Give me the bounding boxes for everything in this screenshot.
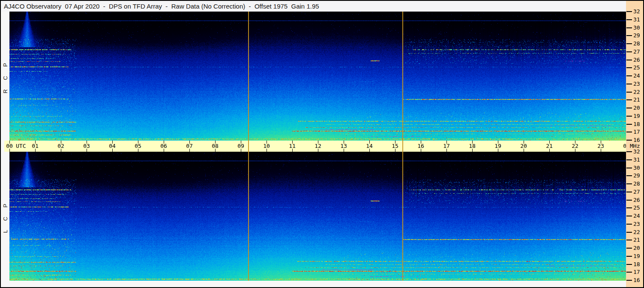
time-tick: [549, 149, 550, 152]
frequency-tick-label: 16: [633, 137, 640, 143]
lcp-label-box: L C P: [1, 152, 9, 281]
time-tick: [241, 149, 241, 152]
frequency-tick: [626, 140, 632, 141]
frequency-tick-label: 19: [633, 253, 640, 259]
time-tick-label: 18: [465, 143, 479, 149]
time-tick-label: 21: [542, 143, 557, 149]
frequency-tick-label: 24: [633, 72, 640, 79]
frequency-tick: [626, 27, 632, 28]
frequency-tick: [626, 175, 632, 176]
time-tick: [189, 149, 190, 152]
frequency-tick: [626, 99, 632, 100]
time-tick: [369, 149, 370, 152]
time-tick-label: 07: [182, 143, 197, 149]
frequency-tick: [626, 108, 632, 108]
time-axis: UTC 000102030405060708091011121314151617…: [4, 141, 626, 152]
time-tick-label: 05: [131, 143, 145, 149]
time-tick: [138, 149, 138, 152]
frequency-tick-label: 30: [633, 165, 640, 171]
frequency-tick-label: 22: [633, 229, 640, 235]
frequency-tick-label: 20: [633, 245, 640, 251]
time-tick-label: 20: [516, 143, 531, 149]
utc-marker-line: [248, 12, 249, 281]
frequency-tick: [626, 159, 632, 160]
frequency-tick-label: 21: [633, 237, 640, 243]
frequency-tick-label: 27: [633, 48, 640, 55]
time-tick: [35, 149, 36, 152]
frequency-tick-label: 17: [633, 129, 640, 135]
frequency-tick: [626, 207, 632, 208]
frequency-tick: [626, 183, 632, 184]
time-tick: [9, 149, 10, 152]
frequency-tick: [626, 19, 632, 20]
frequency-tick-label: 25: [633, 64, 640, 71]
time-tick-label: 00: [2, 143, 17, 149]
time-tick-label: 19: [491, 143, 505, 149]
rcp-label-box: R C P: [1, 12, 9, 141]
frequency-tick: [626, 60, 632, 60]
time-tick-label: 03: [79, 143, 94, 149]
time-tick: [421, 149, 421, 152]
frequency-tick: [626, 67, 632, 68]
frequency-tick: [626, 11, 632, 12]
spectrogram-lcp: [9, 152, 626, 281]
time-tick: [164, 149, 164, 152]
frequency-tick-label: 31: [633, 16, 640, 23]
frequency-tick: [626, 200, 632, 201]
frequency-tick: [626, 240, 632, 240]
frequency-tick: [626, 132, 632, 132]
frequency-tick-label: 19: [633, 113, 640, 119]
frequency-tick-label: 32: [633, 8, 640, 15]
time-tick: [446, 149, 447, 152]
time-tick: [87, 149, 87, 152]
frequency-tick: [626, 280, 632, 281]
utc-unit-label: UTC: [16, 143, 26, 149]
frequency-tick: [626, 248, 632, 249]
frequency-tick-label: 22: [633, 89, 640, 95]
frequency-axis: MHz 323130292827262524232221201918171632…: [626, 1, 643, 287]
time-tick-label: 01: [28, 143, 42, 149]
frequency-tick: [626, 264, 632, 265]
time-tick-label: 08: [208, 143, 222, 149]
frequency-tick-label: 18: [633, 121, 640, 127]
time-tick-label: 17: [439, 143, 454, 149]
frequency-tick: [626, 92, 632, 93]
time-tick: [524, 149, 524, 152]
dps-viewer: AJ4CO Observatory 07 Apr 2020 - DPS on T…: [0, 0, 644, 288]
time-tick: [575, 149, 575, 152]
time-tick: [318, 149, 318, 152]
frequency-tick: [626, 168, 632, 168]
time-tick-label: 06: [156, 143, 171, 149]
frequency-tick-label: 29: [633, 32, 640, 39]
time-tick: [344, 149, 344, 152]
frequency-tick: [626, 43, 632, 44]
frequency-tick: [626, 84, 632, 84]
frequency-tick-label: 18: [633, 261, 640, 267]
frequency-tick: [626, 256, 632, 257]
frequency-tick-label: 26: [633, 57, 640, 63]
frequency-tick: [626, 35, 632, 36]
time-tick-label: 14: [362, 143, 377, 149]
frequency-tick-label: 29: [633, 172, 640, 179]
time-tick-label: 12: [311, 143, 325, 149]
time-tick: [61, 149, 61, 152]
lcp-label: L C P: [2, 200, 9, 233]
frequency-tick: [626, 192, 632, 192]
spectrogram-rcp: [9, 12, 626, 141]
time-tick-label: 22: [568, 143, 582, 149]
frequency-tick-label: 25: [633, 204, 640, 211]
time-tick-label: 10: [259, 143, 274, 149]
frequency-tick-label: 28: [633, 180, 640, 187]
frequency-tick: [626, 216, 632, 216]
rcp-label: R C P: [2, 59, 9, 93]
time-tick: [472, 149, 473, 152]
frequency-tick-label: 23: [633, 221, 640, 227]
time-tick: [292, 149, 293, 152]
frequency-tick-label: 24: [633, 213, 640, 219]
frequency-tick-label: 21: [633, 96, 640, 103]
frequency-tick-label: 26: [633, 197, 640, 203]
frequency-tick-label: 28: [633, 40, 640, 47]
frequency-tick-label: 31: [633, 156, 640, 163]
frequency-tick: [626, 224, 632, 225]
frequency-tick-label: 32: [633, 148, 640, 155]
